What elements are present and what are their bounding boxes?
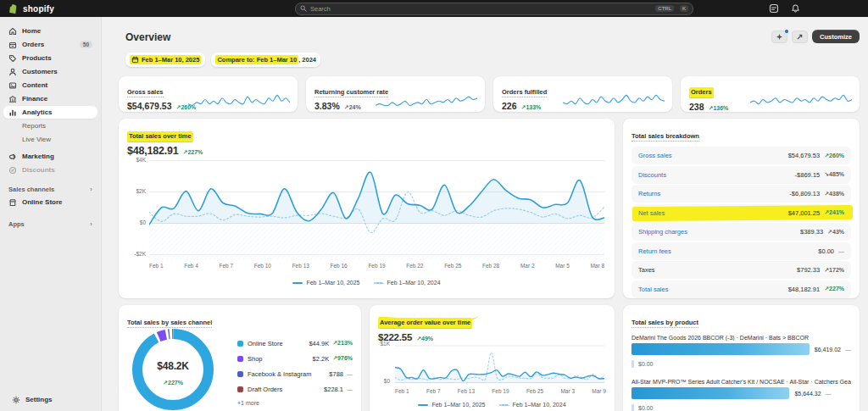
y-tick: $4K (122, 157, 146, 163)
product-bar-row[interactable]: $5,644.32— (632, 387, 851, 399)
x-axis: Feb 1Feb 7Feb 13Feb 19Feb 25Mar 3Mar 9 (395, 388, 606, 394)
compare-label-rest: , 2024 (298, 56, 316, 64)
average-order-value-card: Average order value over time $222.55 ↗4… (370, 305, 615, 411)
notifications-bell-icon[interactable] (791, 3, 800, 14)
sales-by-product-card: Total sales by product DeMarini The Good… (623, 305, 860, 411)
x-axis: Feb 1Feb 4Feb 7Feb 10Feb 13Feb 16Feb 19F… (149, 263, 604, 269)
sidebar-item-products[interactable]: Products (3, 52, 97, 64)
compare-filter[interactable]: Compare to: Feb 1–Mar 10, 2024 (211, 53, 320, 67)
expand-arrow-icon (796, 33, 804, 41)
legend-item-draft-orders[interactable]: Draft Orders $228.1— (237, 381, 353, 397)
sidebar: Home Orders 50 Products Customers Conten… (0, 17, 102, 411)
date-range-filter[interactable]: Feb 1–Mar 10, 2025 (125, 53, 205, 67)
sidebar-item-settings[interactable]: Settings (7, 393, 95, 406)
compare-bar (632, 360, 634, 368)
search-input[interactable]: Search CTRL K (295, 3, 693, 15)
legend-item-online-store[interactable]: Online Store $44.9K↗213% (237, 336, 353, 351)
breakdown-row-returns[interactable]: Returns -$6,809.13↗438% (632, 185, 851, 203)
metric-card-returning-customer-rate[interactable]: Returning customer rate 3.83% ↗24% (306, 76, 485, 112)
sidebar-item-online-store[interactable]: Online Store (3, 196, 97, 208)
calendar-icon (131, 56, 139, 64)
legend-item-shop[interactable]: Shop $2.2K↗976% (237, 351, 353, 366)
total-sales-line-chart[interactable] (149, 156, 604, 259)
sidebar-section-apps[interactable]: Apps › (8, 218, 92, 230)
sidebar-section-sales-channels[interactable]: Sales channels › (8, 183, 92, 195)
sidebar-item-customers[interactable]: Customers (3, 65, 97, 78)
y-tick: $0 (370, 378, 390, 384)
below-zero-hatch (149, 224, 604, 259)
breakdown-row-return-fees[interactable]: Return fees $0.00— (632, 242, 851, 260)
total-sales-breakdown-card: Total sales breakdown Gross sales $54,67… (623, 119, 860, 298)
sidebar-item-orders[interactable]: Orders 50 (3, 38, 97, 51)
aov-line-chart[interactable] (395, 344, 604, 383)
search-icon (300, 5, 307, 12)
sidebar-item-reports[interactable]: Reports (3, 119, 97, 132)
sparkline-chart (750, 92, 852, 107)
shopify-logo: shopify (8, 3, 54, 14)
metric-title: Orders (689, 87, 714, 98)
product-bar-row[interactable]: $6,419.02— (632, 343, 851, 355)
sidebar-item-live-view[interactable]: Live View (3, 133, 97, 146)
sparkline-chart (563, 92, 665, 107)
change-badge: ↗136% (709, 105, 729, 112)
topbar: shopify Search CTRL K (0, 0, 868, 17)
chart-value: $48,182.91 (127, 145, 179, 157)
swatch (237, 371, 243, 377)
sidebar-item-marketing[interactable]: Marketing (3, 150, 97, 163)
swatch (237, 356, 243, 362)
sparkline-chart (188, 92, 290, 107)
legend-line-dotted (499, 404, 509, 406)
change-badge: ↗24% (344, 104, 361, 111)
chart-legend: Feb 1–Mar 10, 2025 Feb 1–Mar 10, 2024 (119, 280, 615, 286)
breakdown-row-taxes[interactable]: Taxes $792.33↗172% (632, 261, 851, 279)
y-tick: $1K (370, 341, 390, 347)
sidebar-item-discounts[interactable]: Discounts (3, 164, 97, 176)
aov-title: Average order value over time (378, 318, 472, 329)
chevron-right-icon: › (90, 220, 92, 228)
metric-value: 3.83% (314, 101, 340, 111)
customize-button[interactable]: Customize (812, 30, 860, 43)
orders-icon (8, 41, 17, 49)
metric-card-orders[interactable]: Orders 238 ↗136% (681, 76, 860, 112)
legend-line-dotted (374, 282, 384, 284)
breakdown-row-discounts[interactable]: Discounts -$869.15↘485% (632, 166, 851, 184)
legend-item-facebook-instagram[interactable]: Facebook & Instagram $788— (237, 366, 353, 381)
expand-button[interactable] (792, 31, 808, 43)
main-content: Overview Customize Feb 1–Mar 10, 2025 Co… (102, 17, 868, 411)
notification-dot (785, 30, 788, 33)
compare-bar (632, 404, 634, 411)
store-switcher-icon[interactable] (769, 3, 779, 14)
sparkle-icon (776, 33, 783, 41)
online-store-icon (8, 198, 17, 207)
metric-card-orders-fulfilled[interactable]: Orders fulfilled 226 ↗133% (493, 76, 672, 112)
chevron-right-icon: › (90, 186, 92, 193)
sidebar-item-finance[interactable]: Finance (3, 92, 97, 105)
metric-card-gross-sales[interactable]: Gross sales $54,679.53 ↗260% (119, 76, 298, 112)
metric-title: Orders fulfilled (502, 88, 547, 97)
breakdown-row-gross-sales[interactable]: Gross sales $54,679.53↗260% (632, 147, 851, 164)
sidebar-item-analytics[interactable]: Analytics (3, 106, 97, 119)
legend-line-solid (292, 282, 303, 284)
insights-button[interactable] (771, 31, 787, 43)
finance-bank-icon (8, 95, 17, 103)
search-placeholder: Search (310, 5, 649, 13)
analytics-icon (8, 108, 17, 117)
more-channels-link[interactable]: +1 more (237, 400, 353, 406)
change-badge: ↗133% (521, 104, 542, 111)
breakdown-row-net-sales[interactable]: Net sales $47,001.25↗241% (632, 204, 851, 222)
product-chart-title: Total sales by product (632, 319, 698, 328)
chart-title: Total sales over time (127, 131, 193, 142)
breakdown-row-shipping-charges[interactable]: Shipping charges $389.33↗43% (632, 223, 851, 241)
sidebar-item-home[interactable]: Home (3, 25, 97, 37)
sidebar-item-content[interactable]: Content (3, 79, 97, 92)
breakdown-row-total-sales[interactable]: Total sales $48,182.91↗227% (632, 280, 851, 298)
discounts-icon (8, 166, 17, 175)
breakdown-title: Total sales breakdown (632, 132, 699, 142)
swatch (237, 386, 243, 392)
product-name: All-Star MVP-PRO™ Series Adult Catcher's… (632, 379, 851, 385)
orders-count-badge: 50 (80, 41, 92, 48)
metric-title: Gross sales (127, 88, 164, 97)
content-icon (8, 81, 17, 90)
legend-line-solid (418, 404, 428, 406)
customers-icon (8, 68, 17, 76)
